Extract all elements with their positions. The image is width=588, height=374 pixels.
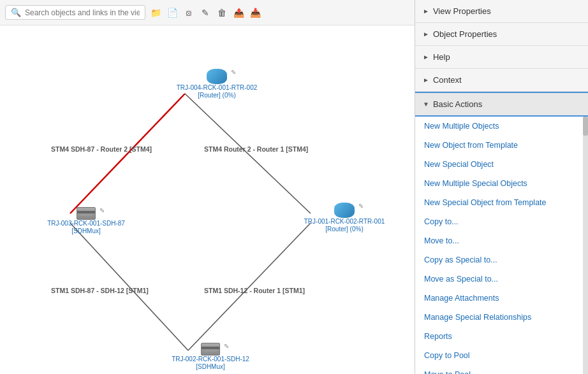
sdhmux-icon-sdh12: [201, 343, 220, 356]
section-label-context: Context: [433, 75, 462, 85]
diagram-area: ✎ TRJ-004-RCK-001-RTR-002 [Router] (0%) …: [0, 25, 415, 374]
action-new-multiple-objects[interactable]: New Multiple Objects: [415, 117, 588, 136]
arrow-view-properties: ►: [423, 8, 429, 15]
section-basic-actions: ▼ Basic Actions New Multiple Objects New…: [415, 92, 588, 374]
svg-line-0: [70, 94, 185, 213]
action-new-multiple-special-objects[interactable]: New Multiple Special Objects: [415, 174, 588, 193]
action-copy-as-special-to[interactable]: Copy as Special to...: [415, 250, 588, 270]
router-icon-rtr001: [334, 203, 355, 218]
right-panel: ► View Properties ► Object Properties ► …: [415, 0, 588, 374]
node-label-rtr001: TRJ-001-RCK-002-RTR-001 [Router] (0%): [293, 218, 395, 233]
search-box[interactable]: 🔍: [5, 5, 145, 20]
link-label-stm1-sdh87-sdh12: STM1 SDH-87 - SDH-12 [STM1]: [51, 287, 149, 294]
toolbar: 🔍 📁 📄 ⦻ ✎ 🗑 📤 📥: [0, 0, 415, 25]
section-label-help: Help: [433, 52, 450, 62]
left-panel: 🔍 📁 📄 ⦻ ✎ 🗑 📤 📥 ✎ TRJ-004-RCK-001-RTR-0: [0, 0, 415, 374]
edit-pencil-sdh87[interactable]: ✎: [99, 207, 105, 214]
section-label-view-properties: View Properties: [433, 6, 491, 16]
delete-icon[interactable]: 🗑: [216, 6, 228, 19]
node-sdh12[interactable]: ✎ TRJ-002-RCK-001-SDH-12 [SDHMux]: [169, 343, 252, 371]
section-object-properties: ► Object Properties: [415, 23, 588, 46]
link-label-stm4-router2-router1: STM4 Router 2 - Router 1 [STM4]: [204, 145, 308, 153]
section-context: ► Context: [415, 69, 588, 92]
router-icon-rtr002: [207, 69, 227, 84]
edit-icon[interactable]: ✎: [199, 6, 212, 19]
arrow-context: ►: [423, 76, 429, 83]
accordion-header-view-properties[interactable]: ► View Properties: [415, 0, 588, 22]
arrow-object-properties: ►: [423, 31, 429, 38]
accordion-header-help[interactable]: ► Help: [415, 46, 588, 68]
action-move-to[interactable]: Move to...: [415, 231, 588, 250]
action-new-object-from-template[interactable]: New Object from Template: [415, 136, 588, 155]
accordion-header-context[interactable]: ► Context: [415, 69, 588, 91]
folder-icon[interactable]: 📁: [149, 6, 162, 19]
export-icon[interactable]: 📤: [232, 6, 245, 19]
section-label-object-properties: Object Properties: [433, 29, 497, 39]
node-rtr002[interactable]: ✎ TRJ-004-RCK-001-RTR-002 [Router] (0%): [166, 69, 268, 99]
node-label-sdh12: TRJ-002-RCK-001-SDH-12 [SDHMux]: [169, 356, 252, 371]
accordion-header-basic-actions[interactable]: ▼ Basic Actions: [415, 92, 588, 115]
action-move-as-special-to[interactable]: Move as Special to...: [415, 270, 588, 289]
node-sdh87[interactable]: ✎ TRJ-003-RCK-001-SDH-87 [SDHMux]: [45, 207, 128, 235]
svg-line-1: [185, 94, 311, 213]
edit-pencil-rtr002[interactable]: ✎: [231, 69, 236, 76]
action-copy-to-pool[interactable]: Copy to Pool: [415, 346, 588, 365]
arrow-basic-actions: ▼: [423, 101, 429, 108]
action-manage-attachments[interactable]: Manage Attachments: [415, 289, 588, 308]
import-icon[interactable]: 📥: [249, 6, 261, 19]
edit-pencil-rtr001[interactable]: ✎: [358, 203, 364, 210]
new-doc-icon[interactable]: 📄: [166, 6, 179, 19]
action-new-special-object[interactable]: New Special Object: [415, 155, 588, 174]
section-help: ► Help: [415, 46, 588, 69]
action-copy-to[interactable]: Copy to...: [415, 212, 588, 231]
section-label-basic-actions: Basic Actions: [433, 99, 482, 109]
cancel-icon[interactable]: ⦻: [182, 6, 195, 19]
arrow-help: ►: [423, 54, 429, 61]
node-label-rtr002: TRJ-004-RCK-001-RTR-002 [Router] (0%): [166, 84, 268, 99]
link-label-stm4-sdh87-router2: STM4 SDH-87 - Router 2 [STM4]: [51, 145, 152, 153]
action-manage-special-relationships[interactable]: Manage Special Relationships: [415, 308, 588, 327]
accordion-header-object-properties[interactable]: ► Object Properties: [415, 23, 588, 45]
edit-pencil-sdh12[interactable]: ✎: [224, 343, 229, 350]
link-label-stm1-sdh12-router1: STM1 SDH-12 - Router 1 [STM1]: [204, 287, 305, 294]
node-rtr001[interactable]: ✎ TRJ-001-RCK-002-RTR-001 [Router] (0%): [293, 203, 395, 233]
search-icon: 🔍: [11, 8, 21, 17]
node-label-sdh87: TRJ-003-RCK-001-SDH-87 [SDHMux]: [45, 220, 128, 235]
sdhmux-icon-sdh87: [77, 207, 96, 220]
basic-actions-content: New Multiple Objects New Object from Tem…: [415, 115, 588, 374]
search-input[interactable]: [25, 8, 140, 17]
action-new-special-object-from-template[interactable]: New Special Object from Template: [415, 193, 588, 212]
action-move-to-pool[interactable]: Move to Pool: [415, 365, 588, 374]
action-reports[interactable]: Reports: [415, 327, 588, 346]
section-view-properties: ► View Properties: [415, 0, 588, 23]
